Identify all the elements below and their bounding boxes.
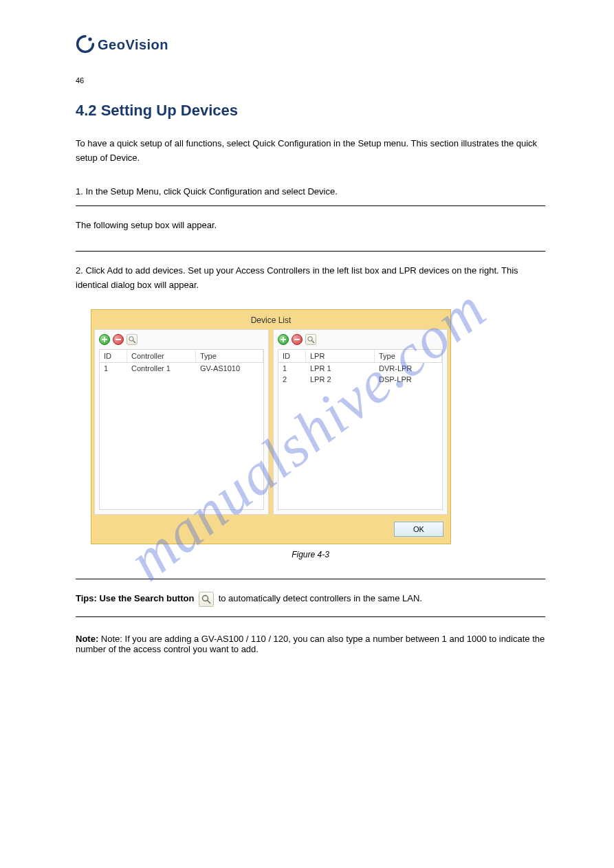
tip-suffix: to automatically detect controllers in t… — [219, 593, 422, 603]
brand-name: GeoVision — [98, 37, 168, 53]
svg-point-5 — [203, 595, 208, 601]
col-type-header: Type — [196, 350, 263, 362]
lpr-header: ID LPR Type — [278, 349, 443, 363]
remove-icon[interactable] — [292, 334, 303, 345]
controllers-header: ID Controller Type — [99, 349, 264, 363]
col-controller-header: Controller — [127, 350, 196, 362]
step-1-line1: 1. In the Setup Menu, click Quick Config… — [76, 185, 545, 199]
intro-paragraph: To have a quick setup of all functions, … — [76, 137, 545, 166]
svg-line-2 — [133, 340, 136, 343]
col-type-header: Type — [375, 350, 442, 362]
separator — [76, 205, 545, 206]
controllers-pane: ID Controller Type 1 Controller 1 GV-AS1… — [94, 329, 269, 515]
section-heading: 4.2 Setting Up Devices — [76, 102, 545, 120]
step-1-line2: The following setup box will appear. — [76, 219, 545, 233]
separator — [76, 616, 545, 617]
lpr-pane: ID LPR Type 1 LPR 1 DVR-LPR 2 LPR 2 DSP-… — [273, 329, 448, 515]
page-number: 46 — [76, 76, 545, 85]
svg-line-6 — [208, 600, 211, 603]
separator — [76, 579, 545, 579]
add-icon[interactable] — [278, 334, 289, 345]
col-id-header: ID — [278, 350, 306, 362]
add-icon[interactable] — [99, 334, 110, 345]
device-list-dialog: Device List ID Controller — [91, 309, 545, 544]
col-lpr-header: LPR — [306, 350, 375, 362]
svg-line-4 — [312, 340, 315, 343]
lpr-list[interactable]: 1 LPR 1 DVR-LPR 2 LPR 2 DSP-LPR — [278, 363, 443, 510]
svg-point-3 — [308, 337, 312, 341]
table-row[interactable]: 1 LPR 1 DVR-LPR — [278, 363, 442, 374]
ok-button[interactable]: OK — [394, 522, 443, 537]
search-icon[interactable] — [305, 334, 316, 345]
svg-point-0 — [88, 37, 91, 41]
search-icon — [199, 592, 214, 607]
figure-caption: Figure 4-3 — [76, 550, 545, 559]
svg-point-1 — [129, 337, 133, 341]
controllers-list[interactable]: 1 Controller 1 GV-AS1010 — [99, 363, 264, 510]
separator — [76, 251, 545, 252]
note-paragraph: Note: Note: If you are adding a GV-AS100… — [76, 634, 545, 654]
step-2: 2. Click Add to add devices. Set up your… — [76, 264, 545, 293]
table-row[interactable]: 1 Controller 1 GV-AS1010 — [100, 363, 263, 374]
logo-swirl-icon — [76, 34, 95, 56]
remove-icon[interactable] — [113, 334, 124, 345]
tip-line: Tips: Use the Search button to automatic… — [76, 592, 545, 607]
brand-logo: GeoVision — [76, 34, 545, 56]
search-icon[interactable] — [127, 334, 138, 345]
controllers-toolbar — [99, 334, 264, 345]
lpr-toolbar — [278, 334, 443, 345]
dialog-title: Device List — [94, 313, 448, 329]
col-id-header: ID — [100, 350, 127, 362]
tip-prefix: Tips: Use the Search button — [76, 593, 194, 603]
table-row[interactable]: 2 LPR 2 DSP-LPR — [278, 374, 442, 385]
